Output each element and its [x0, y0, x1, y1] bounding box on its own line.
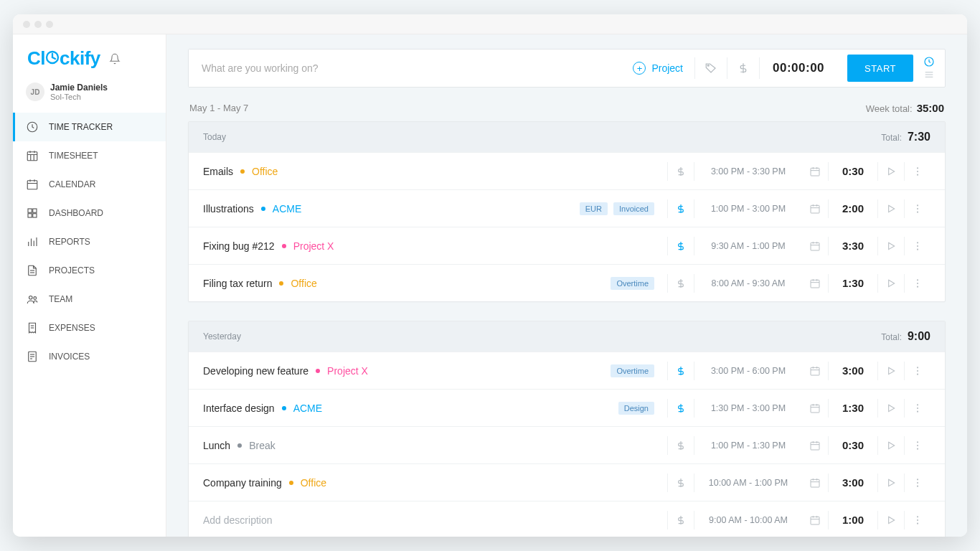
entry-time-range[interactable]: 1:00 PM - 1:30 PM	[694, 441, 802, 451]
entry-duration[interactable]: 3:30	[829, 240, 877, 252]
entry-project[interactable]: Break	[249, 440, 275, 451]
time-entry[interactable]: Fixing bug #212Project X9:30 AM - 1:00 P…	[189, 227, 945, 264]
billable-icon[interactable]	[668, 440, 694, 451]
date-picker-icon[interactable]	[802, 402, 828, 414]
play-icon[interactable]	[878, 203, 904, 215]
date-picker-icon[interactable]	[802, 278, 828, 289]
entry-project[interactable]: Office	[301, 477, 326, 489]
sidebar-item-team[interactable]: TEAM	[13, 285, 166, 314]
billable-icon[interactable]	[668, 166, 694, 177]
entry-description[interactable]: Emails	[203, 166, 233, 177]
entry-duration[interactable]: 0:30	[829, 165, 877, 177]
date-picker-icon[interactable]	[802, 365, 828, 377]
entry-description[interactable]: Interface design	[203, 402, 275, 414]
play-icon[interactable]	[878, 440, 904, 451]
billable-icon[interactable]	[727, 62, 759, 75]
entry-time-range[interactable]: 1:30 PM - 3:00 PM	[694, 403, 802, 413]
entry-project[interactable]: Project X	[327, 365, 368, 377]
date-picker-icon[interactable]	[802, 477, 828, 489]
entry-duration[interactable]: 2:00	[829, 202, 877, 215]
billable-icon[interactable]	[668, 402, 694, 414]
time-entry[interactable]: Filing tax returnOfficeOvertime8:00 AM -…	[189, 264, 945, 301]
time-entry[interactable]: LunchBreak1:00 PM - 1:30 PM0:30	[189, 426, 945, 463]
date-picker-icon[interactable]	[802, 514, 828, 526]
more-options-icon[interactable]	[905, 278, 930, 289]
more-options-icon[interactable]	[905, 402, 930, 414]
billable-icon[interactable]	[668, 477, 694, 489]
entry-project[interactable]: Office	[291, 278, 316, 289]
billable-icon[interactable]	[668, 514, 694, 526]
more-options-icon[interactable]	[905, 240, 930, 252]
sidebar-item-dashboard[interactable]: DASHBOARD	[13, 199, 166, 227]
play-icon[interactable]	[878, 166, 904, 177]
sidebar-item-calendar[interactable]: CALENDAR	[13, 170, 166, 199]
entry-time-range[interactable]: 9:00 AM - 10:00 AM	[694, 515, 802, 525]
time-entry[interactable]: EmailsOffice3:00 PM - 3:30 PM0:30	[189, 152, 945, 189]
entry-time-range[interactable]: 8:00 AM - 9:30 AM	[694, 278, 802, 288]
entry-project[interactable]: ACME	[273, 203, 301, 215]
entry-time-range[interactable]: 3:00 PM - 6:00 PM	[694, 366, 802, 376]
notifications-icon[interactable]	[109, 53, 121, 65]
date-picker-icon[interactable]	[802, 203, 828, 215]
entry-duration[interactable]: 1:00	[829, 514, 877, 526]
sidebar-item-invoices[interactable]: INVOICES	[13, 342, 166, 371]
entry-time-range[interactable]: 3:00 PM - 3:30 PM	[694, 166, 802, 176]
tracker-input[interactable]	[189, 50, 621, 87]
entry-description[interactable]: Filing tax return	[203, 278, 272, 289]
sidebar-item-reports[interactable]: REPORTS	[13, 227, 166, 256]
traffic-light-max[interactable]	[46, 21, 53, 28]
tag-icon[interactable]	[695, 62, 727, 75]
entry-description[interactable]: Illustrations	[203, 203, 254, 215]
more-options-icon[interactable]	[905, 477, 930, 489]
date-picker-icon[interactable]	[802, 240, 828, 252]
more-options-icon[interactable]	[905, 365, 930, 377]
sidebar-item-projects[interactable]: PROJECTS	[13, 256, 166, 285]
more-options-icon[interactable]	[905, 203, 930, 215]
time-entry[interactable]: Company trainingOffice10:00 AM - 1:00 PM…	[189, 463, 945, 501]
play-icon[interactable]	[878, 278, 904, 289]
timer-mode-icon[interactable]	[923, 56, 935, 67]
time-entry[interactable]: IllustrationsACMEEURInvoiced1:00 PM - 3:…	[189, 189, 945, 227]
traffic-light-close[interactable]	[23, 21, 30, 28]
billable-icon[interactable]	[668, 365, 694, 377]
traffic-light-min[interactable]	[34, 21, 42, 28]
date-picker-icon[interactable]	[802, 440, 828, 451]
entry-project[interactable]: Office	[252, 166, 278, 177]
time-entry[interactable]: Developing new featureProject XOvertime3…	[189, 352, 945, 389]
more-options-icon[interactable]	[905, 166, 930, 177]
play-icon[interactable]	[878, 240, 904, 252]
entry-duration[interactable]: 0:30	[829, 439, 877, 451]
entry-time-range[interactable]: 9:30 AM - 1:00 PM	[694, 241, 802, 251]
more-options-icon[interactable]	[905, 514, 930, 526]
entry-duration[interactable]: 3:00	[829, 476, 877, 489]
manual-mode-icon[interactable]	[923, 69, 935, 80]
project-button[interactable]: + Project	[621, 62, 694, 75]
billable-icon[interactable]	[668, 203, 694, 215]
sidebar-item-time-tracker[interactable]: TIME TRACKER	[13, 113, 166, 141]
entry-project[interactable]: ACME	[293, 402, 322, 414]
entry-project[interactable]: Project X	[293, 240, 334, 252]
entry-duration[interactable]: 1:30	[829, 277, 877, 289]
entry-time-range[interactable]: 1:00 PM - 3:00 PM	[694, 204, 802, 214]
play-icon[interactable]	[878, 402, 904, 414]
time-entry[interactable]: Interface designACMEDesign1:30 PM - 3:00…	[189, 389, 945, 426]
time-entry[interactable]: Add description9:00 AM - 10:00 AM1:00	[189, 501, 945, 537]
entry-description[interactable]: Lunch	[203, 440, 230, 451]
entry-description-placeholder[interactable]: Add description	[203, 514, 273, 526]
entry-duration[interactable]: 3:00	[829, 364, 877, 377]
entry-description[interactable]: Fixing bug #212	[203, 240, 275, 252]
billable-icon[interactable]	[668, 240, 694, 252]
user-block[interactable]: JD Jamie Daniels Sol-Tech	[13, 83, 166, 110]
play-icon[interactable]	[878, 477, 904, 489]
entry-time-range[interactable]: 10:00 AM - 1:00 PM	[694, 478, 802, 488]
date-picker-icon[interactable]	[802, 166, 828, 177]
entry-description[interactable]: Company training	[203, 477, 282, 489]
entry-duration[interactable]: 1:30	[829, 402, 877, 414]
sidebar-item-timesheet[interactable]: TIMESHEET	[13, 141, 166, 170]
start-button[interactable]: START	[847, 55, 913, 82]
billable-icon[interactable]	[668, 278, 694, 289]
play-icon[interactable]	[878, 365, 904, 377]
sidebar-item-expenses[interactable]: EXPENSES	[13, 314, 166, 342]
entry-description[interactable]: Developing new feature	[203, 365, 308, 377]
play-icon[interactable]	[878, 514, 904, 526]
